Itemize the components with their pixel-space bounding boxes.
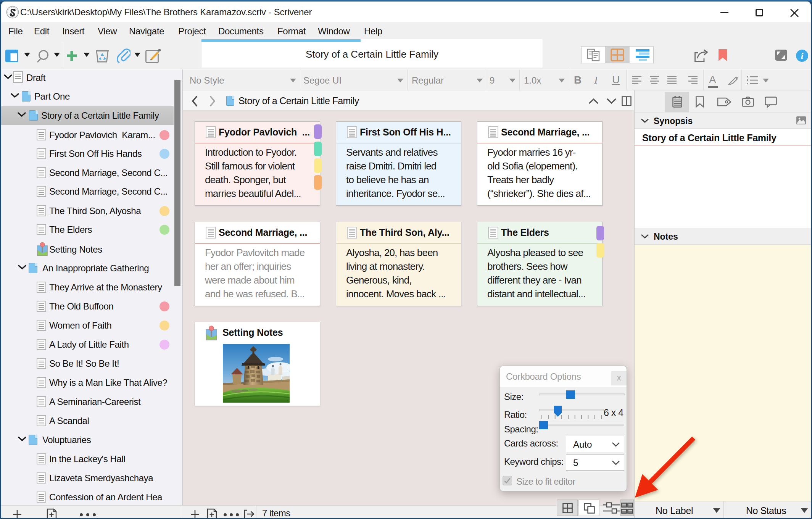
svg-text:i: i <box>801 51 804 61</box>
